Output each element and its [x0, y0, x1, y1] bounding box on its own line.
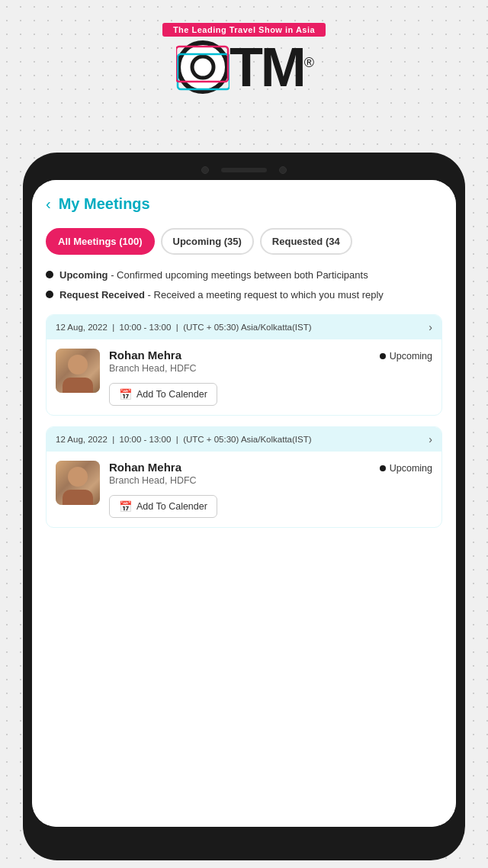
card-body-1: Rohan Mehra Upcoming Branch Head, HDFC 📅…: [47, 339, 441, 415]
status-dot-2: [380, 465, 386, 471]
card-role-1: Branch Head, HDFC: [109, 363, 432, 374]
legend-request-text: Request Received - Received a meeting re…: [59, 288, 384, 302]
registered-icon: ®: [304, 55, 312, 70]
tab-requested[interactable]: Requested (34: [260, 228, 352, 255]
avatar-face-1: [68, 355, 88, 375]
card-datetime-1: 12 Aug, 2022 | 10:00 - 13:00 | (UTC + 05…: [56, 323, 429, 332]
avatar-2: [56, 461, 100, 505]
otm-logo: TM®: [176, 40, 312, 95]
avatar-image-1: [56, 349, 100, 393]
avatar-body-1: [63, 378, 93, 393]
card-role-2: Branch Head, HDFC: [109, 475, 432, 486]
card-status-1: Upcoming: [380, 351, 432, 362]
tab-all-meetings[interactable]: All Meetings (100): [46, 228, 155, 255]
legend-dot-upcoming: [46, 271, 53, 278]
chevron-right-icon-1: ›: [429, 321, 432, 333]
tabs-row: All Meetings (100) Upcoming (35) Request…: [46, 228, 442, 255]
tagline-label: The Leading Travel Show in Asia: [162, 23, 326, 37]
tab-upcoming[interactable]: Upcoming (35): [161, 228, 254, 255]
meeting-card-2: 12 Aug, 2022 | 10:00 - 13:00 | (UTC + 05…: [46, 426, 442, 528]
card-datetime-2: 12 Aug, 2022 | 10:00 - 13:00 | (UTC + 05…: [56, 435, 429, 444]
add-calendar-button-2[interactable]: 📅 Add To Calender: [109, 495, 217, 518]
card-header-1[interactable]: 12 Aug, 2022 | 10:00 - 13:00 | (UTC + 05…: [47, 315, 441, 339]
card-info-1: Rohan Mehra Upcoming Branch Head, HDFC 📅…: [109, 349, 432, 406]
phone-notch: [32, 166, 456, 174]
speaker-icon: [221, 168, 267, 172]
camera-icon-2: [279, 166, 287, 174]
phone-frame: ‹ My Meetings All Meetings (100) Upcomin…: [23, 153, 465, 860]
card-name-2: Rohan Mehra: [109, 461, 181, 474]
legend-upcoming: Upcoming - Confirmed upcoming meetings b…: [46, 268, 442, 282]
legend-upcoming-text: Upcoming - Confirmed upcoming meetings b…: [59, 268, 368, 282]
card-status-2: Upcoming: [380, 463, 432, 474]
chevron-right-icon-2: ›: [429, 433, 432, 445]
o-letter-icon: [176, 40, 230, 94]
back-button[interactable]: ‹: [46, 195, 51, 213]
card-info-2: Rohan Mehra Upcoming Branch Head, HDFC 📅…: [109, 461, 432, 518]
screen-content: ‹ My Meetings All Meetings (100) Upcomin…: [32, 180, 456, 827]
screen-header: ‹ My Meetings: [46, 195, 442, 213]
legend-request: Request Received - Received a meeting re…: [46, 288, 442, 302]
add-calendar-button-1[interactable]: 📅 Add To Calender: [109, 383, 217, 406]
calendar-icon-1: 📅: [119, 388, 132, 400]
meeting-card-1: 12 Aug, 2022 | 10:00 - 13:00 | (UTC + 05…: [46, 314, 442, 416]
avatar-face-2: [68, 467, 88, 487]
card-header-2[interactable]: 12 Aug, 2022 | 10:00 - 13:00 | (UTC + 05…: [47, 427, 441, 452]
card-body-2: Rohan Mehra Upcoming Branch Head, HDFC 📅…: [47, 452, 441, 527]
legend-dot-request: [46, 291, 53, 298]
tm-letters: TM®: [230, 40, 312, 95]
logo-area: The Leading Travel Show in Asia TM®: [0, 0, 488, 110]
phone-screen: ‹ My Meetings All Meetings (100) Upcomin…: [32, 180, 456, 827]
logo-deco: TM®: [176, 40, 312, 95]
calendar-icon-2: 📅: [119, 500, 132, 513]
svg-point-1: [192, 56, 214, 78]
camera-icon: [201, 166, 209, 174]
avatar-1: [56, 349, 100, 393]
avatar-image-2: [56, 461, 100, 505]
legend-area: Upcoming - Confirmed upcoming meetings b…: [46, 268, 442, 302]
status-dot-1: [380, 353, 386, 359]
page-title: My Meetings: [59, 195, 150, 213]
card-name-1: Rohan Mehra: [109, 349, 181, 362]
avatar-body-2: [63, 490, 93, 505]
